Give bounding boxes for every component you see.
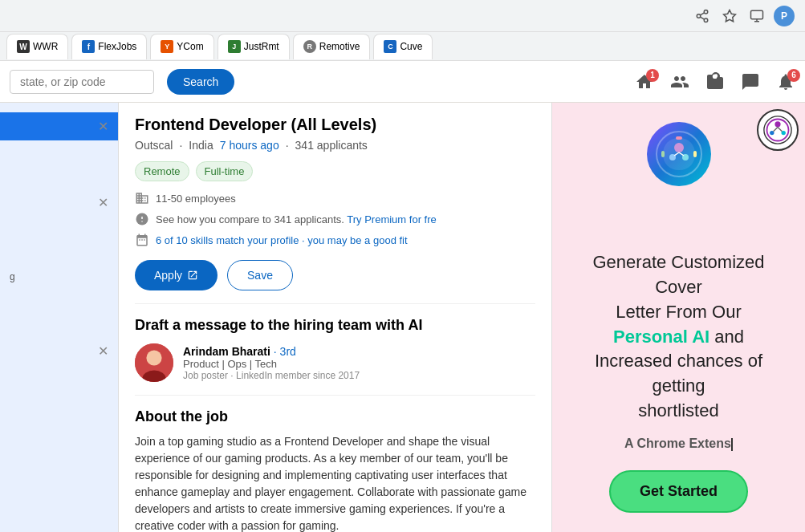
nav-notifications[interactable]: 6 (776, 72, 795, 91)
svg-point-1 (697, 14, 701, 18)
ai-chrome-label: A Chrome Extens (624, 437, 731, 450)
tab-flexjobs-label: FlexJobs (98, 41, 136, 52)
job-location: India (189, 139, 213, 152)
nav-people[interactable] (670, 72, 689, 91)
avatar (135, 343, 173, 382)
ai-logo (647, 122, 711, 186)
ai-logo-container (647, 122, 711, 186)
person-name: Arindam Bharati (183, 345, 270, 358)
svg-line-3 (700, 17, 704, 19)
employees-row: 11-50 employees (135, 191, 535, 205)
remotive-icon: R (303, 40, 316, 53)
wwr-icon: W (17, 40, 30, 53)
close-icon-2[interactable]: ✕ (98, 195, 108, 210)
sidebar-item-2[interactable]: ✕ (0, 189, 118, 217)
sidebar-text-3: g (10, 271, 15, 282)
flexjobs-icon: f (82, 40, 95, 53)
about-title: About the job (135, 408, 535, 425)
tag-fulltime: Full-time (196, 161, 254, 181)
share-button[interactable] (691, 5, 714, 27)
svg-point-0 (704, 10, 708, 14)
cursor (731, 438, 733, 451)
ycom-icon: Y (161, 40, 173, 53)
employees-text: 11-50 employees (156, 193, 236, 205)
draft-section: Draft a message to the hiring team with … (135, 317, 535, 382)
draft-title: Draft a message to the hiring team with … (135, 317, 535, 334)
nav-jobs[interactable] (705, 72, 725, 91)
compare-text: See how you compare to 341 applicants. T… (156, 213, 437, 225)
tab-ycom[interactable]: Y YCom (150, 34, 213, 59)
location-input[interactable] (10, 70, 154, 94)
svg-point-13 (146, 350, 161, 365)
tab-justrmt[interactable]: J JustRmt (218, 34, 290, 59)
sidebar-item-3[interactable]: g (0, 265, 118, 289)
compare-row: See how you compare to 341 applicants. T… (135, 212, 535, 226)
svg-point-11 (141, 221, 143, 222)
main-content: ✕ ✕ g ✕ Frontend Developer (All Levels) … (0, 103, 805, 532)
svg-point-23 (674, 143, 684, 152)
about-text: Join a top gaming studio as a Frontend D… (135, 433, 535, 532)
right-panel: Generate Customized CoverLetter From Our… (552, 103, 805, 532)
cuve-icon: C (384, 40, 396, 53)
svg-rect-6 (751, 10, 763, 19)
close-icon-1[interactable]: ✕ (98, 119, 108, 134)
svg-rect-30 (693, 151, 697, 157)
justrmt-icon: J (228, 40, 241, 53)
apply-button[interactable]: Apply (135, 260, 218, 290)
search-button[interactable]: Search (167, 69, 234, 95)
job-meta: Outscal · India 7 hours ago · 341 applic… (135, 139, 535, 152)
person-linkedin: Job poster · LinkedIn member since 2017 (183, 370, 360, 381)
svg-rect-28 (676, 136, 682, 140)
star-button[interactable] (718, 5, 741, 27)
svg-point-15 (764, 116, 791, 144)
svg-point-17 (775, 121, 780, 127)
close-icon-4[interactable]: ✕ (98, 343, 108, 359)
tab-bar: W WWR f FlexJobs Y YCom J JustRmt R Remo… (0, 32, 805, 61)
sidebar-item-4[interactable]: ✕ (0, 337, 118, 365)
building-icon (135, 191, 149, 205)
job-title: Frontend Developer (All Levels) (135, 116, 535, 134)
nav-home[interactable]: 1 (635, 72, 654, 91)
ai-content: Generate Customized CoverLetter From Our… (576, 202, 781, 513)
svg-marker-5 (724, 10, 736, 21)
tag-remote: Remote (135, 161, 189, 181)
save-button[interactable]: Save (227, 260, 293, 290)
external-link-icon (187, 270, 198, 281)
svg-point-2 (704, 18, 708, 22)
ai-highlight: Personal AI (613, 327, 709, 347)
extension-logo (763, 116, 792, 144)
ai-overlay: Generate Customized CoverLetter From Our… (552, 103, 805, 532)
left-sidebar: ✕ ✕ g ✕ (0, 103, 119, 532)
job-company: Outscal (135, 139, 173, 152)
job-time-ago: 7 hours ago (220, 139, 279, 152)
divider-1 (135, 303, 535, 304)
profile-button[interactable]: P (773, 5, 795, 27)
tab-cuve[interactable]: C Cuve (373, 34, 433, 59)
tab-flexjobs[interactable]: f FlexJobs (71, 34, 147, 59)
browser-actions: P (691, 5, 795, 27)
job-applicants: 341 applicants (295, 139, 368, 152)
about-job: About the job Join a top gaming studio a… (135, 408, 535, 532)
divider-2 (135, 395, 535, 396)
action-buttons: Apply Save (135, 260, 535, 290)
ai-chrome-text: A Chrome Extens (576, 437, 781, 451)
sidebar-item-1[interactable]: ✕ (0, 112, 118, 140)
tab-wwr-label: WWR (33, 41, 58, 52)
home-badge: 1 (646, 69, 659, 82)
person-title: Product | Ops | Tech (183, 358, 360, 370)
extension-icon[interactable] (757, 109, 799, 151)
premium-link[interactable]: Try Premium for fre (347, 213, 436, 225)
job-area: Frontend Developer (All Levels) Outscal … (119, 103, 552, 532)
ai-heading: Generate Customized CoverLetter From Our… (576, 250, 781, 424)
person-name-row: Arindam Bharati · 3rd (183, 345, 360, 358)
nav-messages[interactable] (741, 72, 760, 91)
notifications-badge: 6 (787, 69, 800, 82)
ai-logo-svg (655, 130, 703, 178)
get-started-button[interactable]: Get Started (609, 470, 748, 513)
person-row: Arindam Bharati · 3rd Product | Ops | Te… (135, 343, 535, 382)
tab-wwr[interactable]: W WWR (6, 34, 68, 59)
tab-justrmt-label: JustRmt (244, 41, 279, 52)
tab-remotive[interactable]: R Remotive (293, 34, 371, 59)
more-button[interactable] (746, 5, 768, 27)
tab-ycom-label: YCom (177, 41, 203, 52)
